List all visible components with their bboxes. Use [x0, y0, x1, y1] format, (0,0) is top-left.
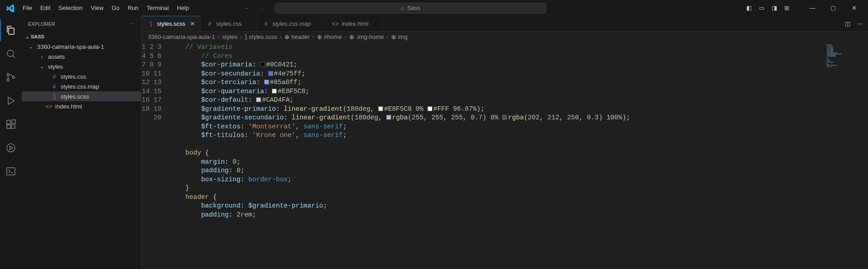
layout-customize-icon[interactable]: ⊞: [784, 5, 789, 11]
activity-terminal[interactable]: [0, 160, 22, 182]
minimap[interactable]: █ ████████ ██ █████ ████ ███████ ████ ██…: [825, 42, 868, 269]
activity-run-debug[interactable]: [0, 90, 22, 112]
file-label: styles.css.map: [61, 83, 99, 90]
activity-extensions[interactable]: [0, 113, 22, 135]
menu-bar: File Edit Selection View Go Run Terminal…: [19, 3, 193, 13]
folder-styles[interactable]: ⌄styles: [22, 61, 141, 71]
breadcrumb-item[interactable]: #home: [324, 33, 342, 40]
symbol-icon: ⟆: [245, 33, 247, 40]
menu-selection[interactable]: Selection: [55, 3, 86, 13]
svg-point-1: [7, 74, 9, 76]
menu-file[interactable]: File: [19, 3, 36, 13]
chevron-right-icon: ›: [38, 54, 45, 59]
file-styles.css.map[interactable]: #styles.css.map: [22, 81, 141, 91]
file-label: styles.scss: [61, 93, 89, 100]
chevron-right-icon: ›: [312, 33, 315, 40]
layout-sidebar-right-icon[interactable]: ◨: [772, 5, 777, 11]
file-styles.scss[interactable]: ⟆styles.scss: [22, 91, 141, 101]
menu-terminal[interactable]: Terminal: [143, 3, 172, 13]
nav-forward-icon[interactable]: →: [258, 5, 264, 11]
window-minimize[interactable]: ―: [802, 0, 823, 16]
activity-source-control[interactable]: [0, 66, 22, 88]
symbol-icon: ⊕: [285, 33, 289, 40]
file-label: index.html: [55, 103, 82, 110]
breadcrumb-item[interactable]: styles: [222, 33, 237, 40]
line-numbers: 1 2 3 4 5 6 7 8 9 10 11 12 13 14 15 16 1…: [142, 42, 170, 269]
file-styles.css[interactable]: #styles.css: [22, 71, 141, 81]
explorer-title: EXPLORER: [28, 21, 55, 27]
chevron-right-icon: ›: [279, 33, 283, 40]
window-maximize[interactable]: ▢: [823, 0, 844, 16]
nav-back-icon[interactable]: ←: [244, 5, 250, 11]
activity-explorer[interactable]: [0, 19, 22, 41]
close-icon[interactable]: ✕: [190, 20, 195, 27]
chevron-down-icon: ⌄: [24, 34, 31, 40]
menu-help[interactable]: Help: [173, 3, 193, 13]
chevron-down-icon: ⌄: [38, 64, 45, 70]
breadcrumb-item[interactable]: img: [398, 33, 408, 40]
layout-panel-icon[interactable]: ▭: [759, 5, 764, 11]
svg-rect-9: [7, 168, 15, 175]
menu-run[interactable]: Run: [124, 3, 142, 13]
svg-rect-7: [12, 120, 15, 123]
breadcrumbs[interactable]: 3360-calmaria-spa-aula-1›styles›⟆ styles…: [142, 32, 868, 42]
activity-search[interactable]: [0, 43, 22, 65]
search-icon: ⌕: [401, 5, 404, 11]
symbol-icon: ⊕: [391, 33, 396, 40]
section-label: SASS: [31, 34, 44, 39]
folder-root[interactable]: ⌄ 3360-calmaria-spa-aula-1: [22, 42, 141, 52]
menu-edit[interactable]: Edit: [37, 3, 54, 13]
folder-assets[interactable]: ›assets: [22, 52, 141, 61]
chevron-right-icon: ›: [239, 33, 243, 40]
folder-label: 3360-calmaria-spa-aula-1: [37, 43, 104, 50]
breadcrumb-item[interactable]: styles.scss: [249, 33, 277, 40]
svg-point-8: [7, 144, 15, 152]
breadcrumb-item[interactable]: 3360-calmaria-spa-aula-1: [148, 33, 215, 40]
menu-view[interactable]: View: [87, 3, 107, 13]
explorer-more-icon[interactable]: ⋯: [130, 21, 135, 27]
chevron-down-icon: ⌄: [27, 44, 34, 50]
tab-label: styles.css: [216, 20, 242, 27]
window-close[interactable]: ✕: [844, 0, 864, 16]
code-editor[interactable]: // Variaveis // Cores $cor-primaria: #0C…: [170, 42, 868, 269]
chevron-right-icon: ›: [344, 33, 347, 40]
breadcrumb-item[interactable]: header: [291, 33, 309, 40]
tab-styles.css[interactable]: #styles.css✕: [201, 16, 257, 31]
svg-point-0: [7, 50, 14, 57]
file-index.html[interactable]: <>index.html: [22, 101, 141, 111]
tab-label: styles.css.map: [272, 20, 311, 27]
svg-point-2: [7, 79, 9, 81]
tab-index.html[interactable]: <>index.html✕: [326, 16, 384, 31]
chevron-right-icon: ›: [386, 33, 389, 40]
tab-more-icon[interactable]: ⋯: [857, 20, 863, 27]
activity-bar: [0, 16, 22, 269]
menu-go[interactable]: Go: [108, 3, 123, 13]
editor-tabs: ⟆styles.scss✕#styles.css✕#styles.css.map…: [142, 16, 868, 32]
layout-sidebar-left-icon[interactable]: ◧: [746, 5, 752, 11]
explorer-section[interactable]: ⌄ SASS: [22, 32, 141, 42]
file-label: styles.css: [61, 73, 86, 80]
svg-point-3: [13, 76, 15, 79]
symbol-icon: ⊕: [349, 33, 354, 40]
tab-label: styles.scss: [157, 20, 185, 27]
tab-styles.scss[interactable]: ⟆styles.scss✕: [142, 16, 201, 31]
breadcrumb-item[interactable]: .img-home: [356, 33, 384, 40]
tab-styles.css.map[interactable]: #styles.css.map✕: [257, 16, 326, 31]
tab-label: index.html: [342, 20, 368, 27]
svg-rect-5: [7, 125, 10, 128]
svg-rect-4: [7, 120, 10, 124]
chevron-right-icon: ›: [217, 33, 220, 40]
activity-live-share[interactable]: [0, 137, 22, 159]
symbol-icon: ⊕: [317, 33, 322, 40]
vscode-logo: [6, 4, 14, 12]
split-editor-icon[interactable]: ◫: [845, 20, 850, 27]
explorer-sidebar: EXPLORER ⋯ ⌄ SASS ⌄ 3360-calmaria-spa-au…: [22, 16, 142, 269]
search-text: Sass: [407, 5, 420, 11]
svg-rect-6: [11, 125, 15, 128]
command-center[interactable]: ⌕ Sass: [275, 3, 546, 14]
folder-label: assets: [48, 53, 65, 60]
folder-label: styles: [48, 63, 63, 70]
